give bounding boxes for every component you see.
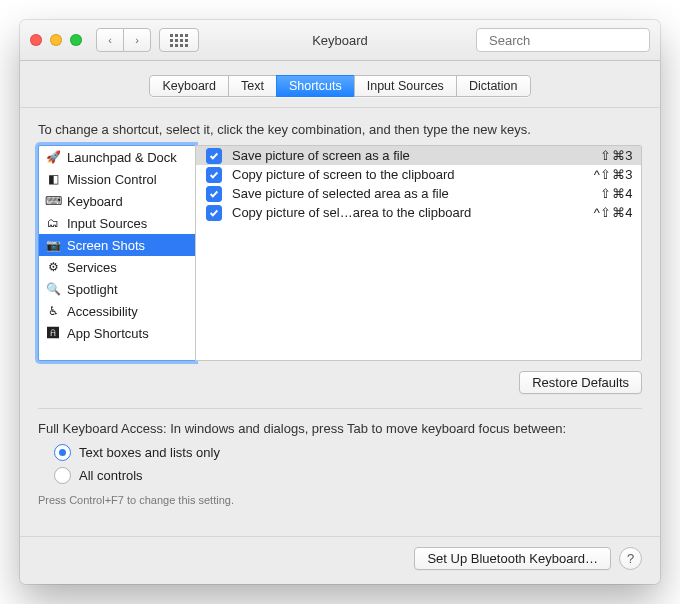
accessibility-icon: ♿︎ <box>45 303 61 319</box>
titlebar: ‹ › Keyboard <box>20 20 660 61</box>
divider <box>38 408 642 409</box>
show-all-button[interactable] <box>159 28 199 52</box>
globe-icon: 🗂 <box>45 215 61 231</box>
back-button[interactable]: ‹ <box>96 28 124 52</box>
instruction-text: To change a shortcut, select it, click t… <box>38 122 642 137</box>
category-label: Spotlight <box>67 282 118 297</box>
category-label: Keyboard <box>67 194 123 209</box>
shortcut-row[interactable]: Save picture of selected area as a file⇧… <box>196 184 641 203</box>
shortcut-label: Save picture of screen as a file <box>232 148 590 163</box>
fka-option-label: All controls <box>79 468 143 483</box>
preferences-window: ‹ › Keyboard KeyboardTextShortcutsInput … <box>20 20 660 584</box>
shortcut-checkbox[interactable] <box>206 186 222 202</box>
tab-keyboard[interactable]: Keyboard <box>149 75 229 97</box>
close-button[interactable] <box>30 34 42 46</box>
restore-row: Restore Defaults <box>38 371 642 394</box>
shortcut-label: Copy picture of sel…area to the clipboar… <box>232 205 584 220</box>
camera-icon: 📷 <box>45 237 61 253</box>
forward-button[interactable]: › <box>123 28 151 52</box>
category-label: Launchpad & Dock <box>67 150 177 165</box>
shortcut-label: Save picture of selected area as a file <box>232 186 590 201</box>
radio-button[interactable] <box>54 467 71 484</box>
category-list[interactable]: 🚀Launchpad & Dock◧Mission Control⌨︎Keybo… <box>38 145 195 361</box>
search-field[interactable] <box>476 28 650 52</box>
fka-option-label: Text boxes and lists only <box>79 445 220 460</box>
category-mission-control[interactable]: ◧Mission Control <box>39 168 195 190</box>
rocket-icon: 🚀 <box>45 149 61 165</box>
fka-option[interactable]: Text boxes and lists only <box>54 444 642 461</box>
radio-button[interactable] <box>54 444 71 461</box>
grid-icon: ◧ <box>45 171 61 187</box>
category-spotlight[interactable]: 🔍Spotlight <box>39 278 195 300</box>
shortcut-list[interactable]: Save picture of screen as a file⇧⌘3Copy … <box>195 145 642 361</box>
spotlight-icon: 🔍 <box>45 281 61 297</box>
shortcut-row[interactable]: Copy picture of screen to the clipboard^… <box>196 165 641 184</box>
category-accessibility[interactable]: ♿︎Accessibility <box>39 300 195 322</box>
shortcut-label: Copy picture of screen to the clipboard <box>232 167 584 182</box>
category-launchpad-dock[interactable]: 🚀Launchpad & Dock <box>39 146 195 168</box>
bluetooth-keyboard-button[interactable]: Set Up Bluetooth Keyboard… <box>414 547 611 570</box>
tabs-segmented: KeyboardTextShortcutsInput SourcesDictat… <box>149 75 530 97</box>
grid-icon <box>170 34 188 47</box>
category-screen-shots[interactable]: 📷Screen Shots <box>39 234 195 256</box>
shortcut-row[interactable]: Save picture of screen as a file⇧⌘3 <box>196 146 641 165</box>
keyboard-icon: ⌨︎ <box>45 193 61 209</box>
shortcut-keys[interactable]: ^⇧⌘4 <box>594 205 633 220</box>
category-label: Input Sources <box>67 216 147 231</box>
tab-dictation[interactable]: Dictation <box>456 75 531 97</box>
shortcut-keys[interactable]: ⇧⌘3 <box>600 148 633 163</box>
nav-buttons: ‹ › <box>96 28 151 52</box>
minimize-button[interactable] <box>50 34 62 46</box>
help-button[interactable]: ? <box>619 547 642 570</box>
shortcut-keys[interactable]: ^⇧⌘3 <box>594 167 633 182</box>
fka-option[interactable]: All controls <box>54 467 642 484</box>
category-label: App Shortcuts <box>67 326 149 341</box>
footer: Set Up Bluetooth Keyboard… ? <box>20 536 660 584</box>
category-label: Screen Shots <box>67 238 145 253</box>
apps-icon: 🅰︎ <box>45 325 61 341</box>
category-keyboard[interactable]: ⌨︎Keyboard <box>39 190 195 212</box>
tab-input-sources[interactable]: Input Sources <box>354 75 457 97</box>
body: To change a shortcut, select it, click t… <box>20 108 660 536</box>
search-input[interactable] <box>487 32 659 49</box>
shortcut-checkbox[interactable] <box>206 167 222 183</box>
restore-defaults-button[interactable]: Restore Defaults <box>519 371 642 394</box>
shortcut-checkbox[interactable] <box>206 205 222 221</box>
category-input-sources[interactable]: 🗂Input Sources <box>39 212 195 234</box>
panes: 🚀Launchpad & Dock◧Mission Control⌨︎Keybo… <box>38 145 642 361</box>
fka-hint: Press Control+F7 to change this setting. <box>38 494 642 506</box>
tab-text[interactable]: Text <box>228 75 277 97</box>
category-app-shortcuts[interactable]: 🅰︎App Shortcuts <box>39 322 195 344</box>
category-services[interactable]: ⚙︎Services <box>39 256 195 278</box>
category-label: Accessibility <box>67 304 138 319</box>
tabs-row: KeyboardTextShortcutsInput SourcesDictat… <box>20 61 660 108</box>
gear-icon: ⚙︎ <box>45 259 61 275</box>
category-label: Mission Control <box>67 172 157 187</box>
shortcut-row[interactable]: Copy picture of sel…area to the clipboar… <box>196 203 641 222</box>
zoom-button[interactable] <box>70 34 82 46</box>
chevron-left-icon: ‹ <box>108 34 112 46</box>
fka-radio-group: Text boxes and lists onlyAll controls <box>54 444 642 484</box>
fka-description: Full Keyboard Access: In windows and dia… <box>38 421 642 436</box>
chevron-right-icon: › <box>135 34 139 46</box>
shortcut-checkbox[interactable] <box>206 148 222 164</box>
shortcut-keys[interactable]: ⇧⌘4 <box>600 186 633 201</box>
traffic-lights <box>30 34 82 46</box>
category-label: Services <box>67 260 117 275</box>
tab-shortcuts[interactable]: Shortcuts <box>276 75 355 97</box>
